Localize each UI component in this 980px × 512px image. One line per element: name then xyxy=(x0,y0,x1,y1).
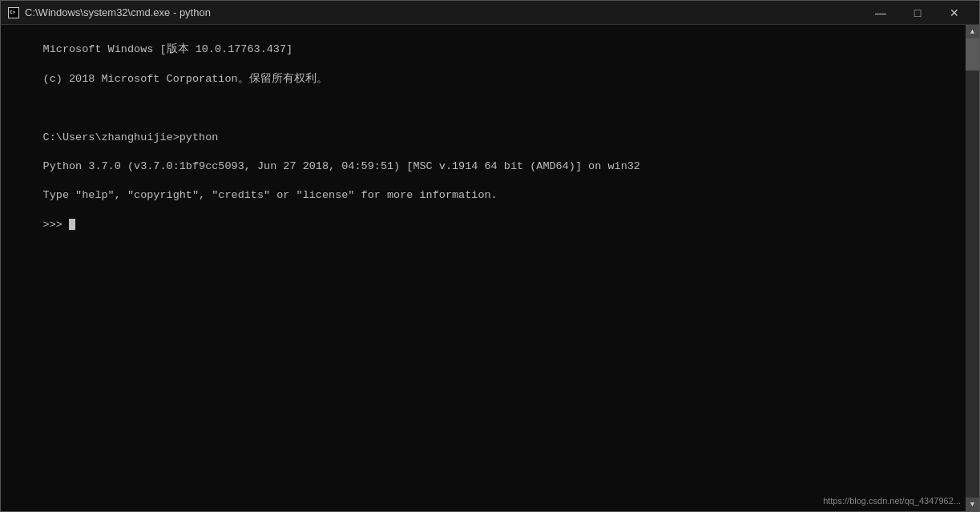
scrollbar-track[interactable] xyxy=(966,38,979,498)
minimize-button[interactable]: — xyxy=(862,1,899,25)
cmd-window: C:\Windows\system32\cmd.exe - python — □… xyxy=(0,0,980,512)
scroll-down-arrow[interactable]: ▼ xyxy=(966,498,979,511)
title-bar: C:\Windows\system32\cmd.exe - python — □… xyxy=(1,1,979,25)
console-line4: C:\Users\zhanghuijie>python xyxy=(43,131,219,143)
console-line2: (c) 2018 Microsoft Corporation。保留所有权利。 xyxy=(43,73,328,85)
console-prompt: >>> xyxy=(43,219,69,231)
console-line1: Microsoft Windows [版本 10.0.17763.437] xyxy=(43,43,293,55)
close-button[interactable]: ✕ xyxy=(936,1,973,25)
console-body: Microsoft Windows [版本 10.0.17763.437] (c… xyxy=(1,25,979,511)
console-line5: Python 3.7.0 (v3.7.0:1bf9cc5093, Jun 27 … xyxy=(43,160,640,172)
scrollbar-thumb[interactable] xyxy=(966,38,979,71)
title-bar-left: C:\Windows\system32\cmd.exe - python xyxy=(7,6,211,19)
watermark: https://blog.csdn.net/qq_4347962... xyxy=(823,496,961,506)
cursor xyxy=(69,219,75,230)
console-content[interactable]: Microsoft Windows [版本 10.0.17763.437] (c… xyxy=(1,25,966,511)
title-bar-controls: — □ ✕ xyxy=(862,1,973,25)
maximize-button[interactable]: □ xyxy=(899,1,936,25)
cmd-icon xyxy=(7,6,20,19)
scrollbar[interactable]: ▲ ▼ xyxy=(966,25,979,511)
window-title: C:\Windows\system32\cmd.exe - python xyxy=(25,6,211,18)
scroll-up-arrow[interactable]: ▲ xyxy=(966,25,979,38)
console-line6: Type "help", "copyright", "credits" or "… xyxy=(43,189,498,201)
